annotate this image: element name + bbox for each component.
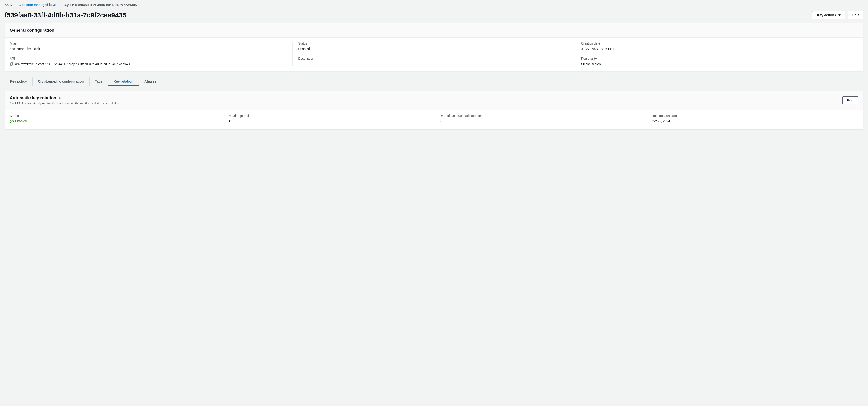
rotation-status-label: Status [10, 114, 217, 118]
tab-key-policy[interactable]: Key policy [4, 76, 33, 86]
chevron-right-icon: › [15, 3, 16, 7]
last-rotation-value: - [440, 119, 641, 124]
last-rotation-label: Date of last automatic rotation [440, 114, 641, 118]
creation-date-label: Creation date [581, 41, 853, 45]
next-rotation-value: Oct 25, 2024 [652, 119, 853, 124]
alias-value: hackernoon-kms-cmk [10, 46, 287, 51]
tab-cryptographic-configuration[interactable]: Cryptographic configuration [33, 76, 90, 86]
rotation-status-text: Enabled [15, 119, 27, 124]
breadcrumb-customer-managed-keys[interactable]: Customer managed keys [18, 3, 56, 7]
detail-tabs: Key policy Cryptographic configuration T… [4, 76, 864, 86]
check-circle-icon [10, 119, 14, 123]
tab-tags[interactable]: Tags [90, 76, 108, 86]
caret-down-icon [838, 14, 841, 16]
creation-date-value: Jul 27, 2024 18:36 PDT [581, 46, 853, 51]
regionality-value: Single Region [581, 62, 853, 66]
regionality-label: Regionality [581, 57, 853, 60]
page-title: f539faa0-33ff-4d0b-b31a-7c9f2cea9435 [4, 11, 126, 19]
description-value: - [298, 62, 570, 66]
automatic-key-rotation-panel: Automatic key rotation Info AWS KMS auto… [4, 91, 864, 129]
key-actions-label: Key actions [817, 13, 836, 17]
general-configuration-title: General configuration [10, 28, 54, 33]
rotation-status-value: Enabled [10, 119, 27, 124]
rotation-period-label: Rotation period [228, 114, 429, 118]
edit-button[interactable]: Edit [848, 11, 864, 19]
info-link[interactable]: Info [59, 96, 64, 100]
description-label: Description [298, 57, 570, 60]
breadcrumb-current: Key ID: f539faa0-33ff-4d0b-b31a-7c9f2cea… [63, 3, 137, 7]
header-actions: Key actions Edit [812, 11, 864, 19]
rotation-edit-button[interactable]: Edit [842, 96, 858, 104]
status-label: Status [298, 41, 570, 45]
chevron-right-icon: › [59, 3, 60, 7]
next-rotation-label: Next rotation date [652, 114, 853, 118]
general-configuration-panel: General configuration Alias hackernoon-k… [4, 23, 864, 72]
tab-aliases[interactable]: Aliases [139, 76, 162, 86]
key-actions-button[interactable]: Key actions [812, 11, 845, 19]
breadcrumb: KMS › Customer managed keys › Key ID: f5… [4, 2, 864, 7]
status-value: Enabled [298, 46, 570, 51]
tab-key-rotation[interactable]: Key rotation [108, 76, 139, 86]
svg-rect-0 [10, 63, 12, 65]
breadcrumb-kms[interactable]: KMS [4, 3, 12, 7]
page-header: f539faa0-33ff-4d0b-b31a-7c9f2cea9435 Key… [4, 11, 864, 19]
arn-value: arn:aws:kms:us-east-1:851725441181:key/f… [15, 62, 131, 66]
automatic-key-rotation-title: Automatic key rotation [10, 95, 56, 100]
rotation-period-value: 90 [228, 119, 429, 124]
automatic-key-rotation-header: Automatic key rotation Info AWS KMS auto… [5, 91, 863, 110]
alias-label: Alias [10, 41, 287, 45]
general-configuration-header: General configuration [5, 23, 863, 37]
automatic-key-rotation-subtitle: AWS KMS automatically rotates the key ba… [10, 102, 175, 105]
arn-label: ARN [10, 57, 287, 60]
copy-icon[interactable] [10, 62, 13, 66]
